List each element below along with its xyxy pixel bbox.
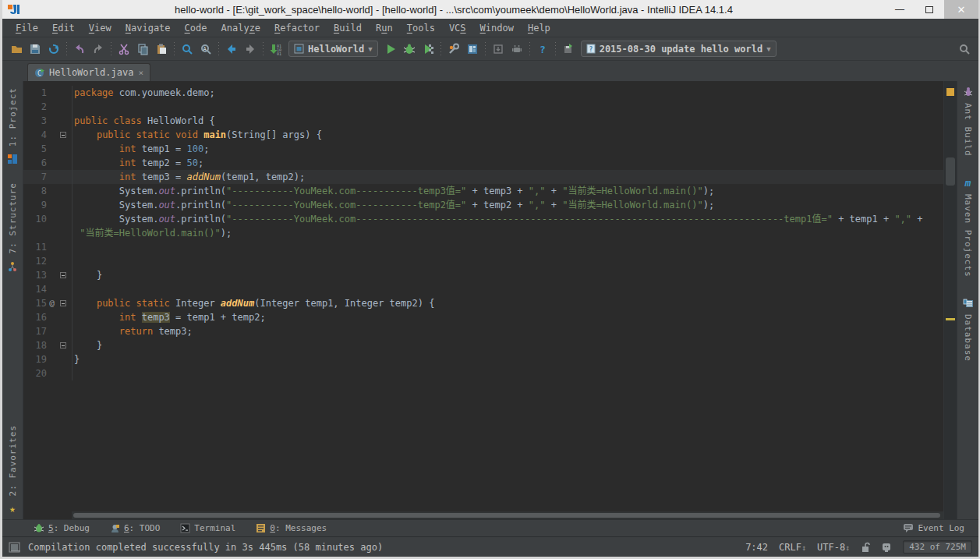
project-icon[interactable] bbox=[6, 153, 19, 165]
code-text[interactable]: public static Integer addNum(Integer tem… bbox=[72, 296, 943, 310]
line-number[interactable]: 19 bbox=[23, 352, 47, 366]
error-stripe[interactable] bbox=[943, 81, 957, 519]
gutter[interactable]: 1 bbox=[23, 86, 72, 100]
code-editor[interactable]: 1package com.youmeek.demo;23public class… bbox=[23, 81, 943, 511]
toolbtn-maven-projects[interactable]: Maven Projects bbox=[963, 194, 973, 278]
copy-icon[interactable] bbox=[133, 40, 152, 58]
line-number[interactable]: 20 bbox=[23, 366, 47, 380]
code-text[interactable]: return temp3; bbox=[72, 324, 943, 338]
vcs-commit-icon[interactable] bbox=[559, 40, 578, 58]
line-number[interactable]: 6 bbox=[23, 156, 47, 170]
line-number[interactable]: 3 bbox=[23, 114, 47, 128]
hscroll-thumb[interactable] bbox=[73, 513, 940, 518]
toolbtn-todo[interactable]: 6: TODO bbox=[110, 523, 160, 533]
line-number[interactable]: 11 bbox=[23, 240, 47, 254]
line-number[interactable]: 8 bbox=[23, 184, 47, 198]
code-line-5[interactable]: 5 int temp1 = 100; bbox=[23, 142, 943, 156]
undo-icon[interactable] bbox=[70, 40, 89, 58]
cut-icon[interactable] bbox=[115, 40, 133, 58]
warning-line-mark[interactable] bbox=[946, 318, 955, 320]
code-line-17[interactable]: 17 return temp3; bbox=[23, 324, 943, 338]
code-line-4[interactable]: 4 public static void main(String[] args)… bbox=[23, 128, 943, 142]
code-line-6[interactable]: 6 int temp2 = 50; bbox=[23, 156, 943, 170]
menu-edit[interactable]: Edit bbox=[45, 23, 82, 34]
gutter[interactable]: 4 bbox=[23, 128, 72, 142]
fold-marker-icon[interactable] bbox=[60, 300, 66, 306]
horizontal-scrollbar[interactable] bbox=[72, 511, 943, 519]
favorites-star-icon[interactable]: ★ bbox=[6, 502, 19, 515]
run-configuration-combo[interactable]: HelloWorld ▼ bbox=[288, 41, 378, 57]
gutter[interactable]: 18 bbox=[23, 338, 72, 352]
line-ending-selector[interactable]: CRLF↕ bbox=[779, 542, 806, 553]
menu-vcs[interactable]: VCS bbox=[442, 23, 473, 34]
toolbtn-database[interactable]: Database bbox=[963, 314, 973, 362]
code-text[interactable] bbox=[72, 254, 943, 268]
toolbtn-terminal[interactable]: Terminal bbox=[180, 523, 235, 533]
code-text[interactable] bbox=[72, 100, 943, 114]
fold-marker-icon[interactable] bbox=[60, 272, 66, 278]
close-button[interactable]: ✕ bbox=[944, 0, 978, 19]
toolbtn-favorites[interactable]: 2: Favorites bbox=[8, 425, 18, 496]
code-text[interactable]: } bbox=[72, 352, 943, 366]
line-number[interactable]: 5 bbox=[23, 142, 47, 156]
forward-icon[interactable] bbox=[241, 40, 260, 58]
line-number[interactable]: 17 bbox=[23, 324, 47, 338]
gutter[interactable]: 7 bbox=[23, 170, 72, 184]
line-number[interactable]: 9 bbox=[23, 198, 47, 212]
line-number[interactable]: 4 bbox=[23, 128, 47, 142]
gutter[interactable]: 16 bbox=[23, 310, 72, 324]
memory-indicator[interactable]: 432 of 725M bbox=[903, 540, 972, 554]
android-icon[interactable] bbox=[508, 40, 526, 58]
line-number[interactable]: 16 bbox=[23, 310, 47, 324]
gutter[interactable]: 15@ bbox=[23, 296, 72, 310]
code-text[interactable]: } bbox=[72, 338, 943, 352]
code-line-12[interactable]: 12 bbox=[23, 254, 943, 268]
code-line-20[interactable]: 20 bbox=[23, 366, 943, 380]
code-line-18[interactable]: 18 } bbox=[23, 338, 943, 352]
menu-view[interactable]: View bbox=[82, 23, 119, 34]
settings-icon[interactable] bbox=[444, 40, 463, 58]
debug-icon[interactable] bbox=[400, 40, 419, 58]
code-text[interactable]: System.out.println("-----------YouMeek.c… bbox=[72, 212, 943, 226]
gutter[interactable]: 13 bbox=[23, 268, 72, 282]
export-icon[interactable] bbox=[489, 40, 508, 58]
gutter[interactable]: 17 bbox=[23, 324, 72, 338]
code-text[interactable] bbox=[72, 366, 943, 380]
gutter[interactable]: 3 bbox=[23, 114, 72, 128]
gutter[interactable] bbox=[23, 226, 72, 240]
search-everywhere-icon[interactable] bbox=[955, 40, 974, 58]
hector-inspections-icon[interactable] bbox=[881, 542, 892, 553]
run-icon[interactable] bbox=[381, 40, 400, 58]
code-line-9[interactable]: 9 System.out.println("-----------YouMeek… bbox=[23, 198, 943, 212]
gutter[interactable]: 5 bbox=[23, 142, 72, 156]
code-line-16[interactable]: 16 int temp3 = temp1 + temp2; bbox=[23, 310, 943, 324]
menu-refactor[interactable]: Refactor bbox=[267, 23, 327, 34]
find-icon[interactable] bbox=[178, 40, 196, 58]
line-number[interactable] bbox=[23, 226, 47, 240]
code-line-2[interactable]: 2 bbox=[23, 100, 943, 114]
back-icon[interactable] bbox=[222, 40, 241, 58]
database-icon[interactable] bbox=[962, 297, 975, 310]
gutter[interactable]: 10 bbox=[23, 212, 72, 226]
encoding-selector[interactable]: UTF-8↕ bbox=[817, 542, 850, 553]
line-number[interactable]: 14 bbox=[23, 282, 47, 296]
ant-icon[interactable] bbox=[962, 86, 975, 98]
tab-close-icon[interactable]: × bbox=[138, 68, 143, 78]
gutter[interactable]: 11 bbox=[23, 240, 72, 254]
line-number[interactable]: 15 bbox=[23, 296, 47, 310]
gutter[interactable]: 20 bbox=[23, 366, 72, 380]
code-text[interactable]: "当前类=HelloWorld.main()"); bbox=[72, 226, 943, 240]
code-line-wrap[interactable]: "当前类=HelloWorld.main()"); bbox=[23, 226, 943, 240]
code-text[interactable]: int temp3 = temp1 + temp2; bbox=[72, 310, 943, 324]
caret-position[interactable]: 7:42 bbox=[745, 542, 768, 553]
run-coverage-icon[interactable] bbox=[419, 40, 437, 58]
fold-marker-icon[interactable] bbox=[60, 342, 66, 348]
code-text[interactable]: int temp3 = addNum(temp1, temp2); bbox=[72, 170, 943, 184]
menu-code[interactable]: Code bbox=[178, 23, 214, 34]
line-number[interactable]: 13 bbox=[23, 268, 47, 282]
code-text[interactable]: public static void main(String[] args) { bbox=[72, 128, 943, 142]
code-line-8[interactable]: 8 System.out.println("-----------YouMeek… bbox=[23, 184, 943, 198]
code-line-10[interactable]: 10 System.out.println("-----------YouMee… bbox=[23, 212, 943, 226]
update-project-icon[interactable]: 011001 bbox=[267, 40, 285, 58]
menu-run[interactable]: Run bbox=[369, 23, 400, 34]
